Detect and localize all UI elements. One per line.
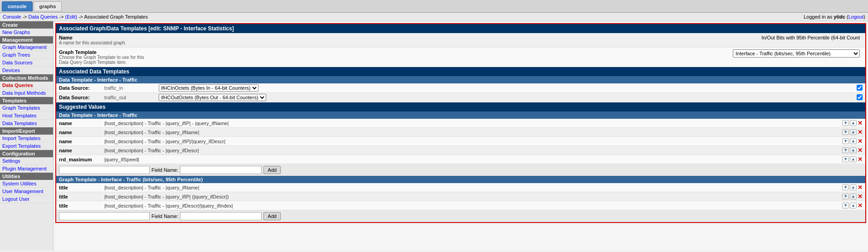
sv-graph-field-value-input[interactable]	[180, 212, 262, 220]
ds-select-1[interactable]: ifHCOutOctets (Bytes Out - 64-bit Counte…	[159, 94, 266, 101]
sv-row-3: name |host_description| - Traffic - |que…	[56, 146, 865, 155]
sv-graph-up-0[interactable]: ▲	[850, 184, 857, 190]
sv-up-0[interactable]: ▲	[850, 120, 857, 126]
sv-graph-field-name-input[interactable]	[59, 212, 150, 220]
sidebar-item-data-input-methods[interactable]: Data Input Methods	[0, 89, 53, 97]
sv-graph-up-2[interactable]: ▲	[850, 203, 857, 208]
sv-graph-row-2: title |host_description| - Traffic - |qu…	[56, 201, 865, 210]
sv-del-0[interactable]: ✕	[858, 120, 863, 126]
sv-del-1[interactable]: ✕	[858, 129, 863, 136]
sv-row-1: name |host_description| - Traffic - |que…	[56, 128, 865, 137]
sidebar-item-logout-user[interactable]: Logout User	[0, 195, 53, 203]
sidebar-item-new-graphs[interactable]: New Graphs	[0, 29, 53, 36]
sv-up-4[interactable]: ▲	[850, 156, 857, 162]
data-sources-table: Data Source: traffic_in ifHCInOctets (By…	[56, 83, 865, 102]
sidebar-header: Create	[0, 21, 53, 29]
sidebar-item-host-templates[interactable]: Host Templates	[0, 112, 53, 120]
graph-template-label: Graph Template	[59, 49, 150, 55]
sv-key-0: name	[59, 121, 104, 126]
breadcrumb-console[interactable]: Console	[3, 14, 21, 19]
sidebar-item-graph-templates[interactable]: Graph Templates	[0, 104, 53, 112]
console-tab[interactable]: console	[2, 1, 33, 11]
sv-graph-add-button[interactable]: Add	[263, 212, 281, 220]
sv-graph-del-0[interactable]: ✕	[858, 184, 863, 191]
sv-del-4[interactable]: ✕	[858, 156, 863, 163]
sv-graph-key-0: title	[59, 185, 104, 190]
suggested-values-header: Suggested Values	[56, 102, 865, 111]
breadcrumb-bar: Console -> Data Queries -> (Edit) -> Ass…	[0, 13, 868, 21]
sv-graph-down-1[interactable]: ▼	[842, 194, 849, 199]
sv-key-1: name	[59, 130, 104, 135]
ds-name-0: traffic_in	[102, 83, 156, 93]
sv-key-3: name	[59, 148, 104, 153]
sv-del-3[interactable]: ✕	[858, 147, 863, 154]
sv-graph-del-1[interactable]: ✕	[858, 193, 863, 200]
sv-down-0[interactable]: ▼	[842, 120, 849, 126]
ds-checkbox-1[interactable]	[857, 94, 863, 100]
sv-value-4: |query_ifSpeed|	[104, 157, 840, 162]
breadcrumb-data-queries[interactable]: Data Queries	[29, 14, 58, 19]
sv-graph-up-1[interactable]: ▲	[850, 194, 857, 199]
sidebar-item-graph-trees[interactable]: Graph Trees	[0, 51, 53, 59]
sv-down-1[interactable]: ▼	[842, 129, 849, 135]
user-info: Logged in as ytidc (Logout)	[804, 14, 865, 19]
sv-graph-value-0: |host_description| - Traffic - |query_if…	[104, 185, 840, 190]
sv-graph-add-row: Field Name: Add	[56, 210, 865, 222]
logout-link[interactable]: Logout	[848, 14, 864, 19]
sv-row-4: rrd_maximum |query_ifSpeed| ▼ ▲ ✕	[56, 155, 865, 164]
ds-label-1: Data Source:	[56, 93, 102, 102]
sidebar-header: Configuration	[0, 150, 53, 157]
content: Associated Graph/Data Templates [edit: S…	[54, 21, 868, 251]
sidebar-header: Management	[0, 36, 53, 44]
sv-value-2: |host_description| - Traffic - |query_if…	[104, 139, 840, 144]
sidebar-item-devices[interactable]: Devices	[0, 67, 53, 74]
sidebar-item-system-utilities[interactable]: System Utilities	[0, 180, 53, 188]
sidebar: CreateNew GraphsManagementGraph Manageme…	[0, 21, 54, 251]
sv-up-2[interactable]: ▲	[850, 138, 857, 144]
sidebar-item-graph-management[interactable]: Graph Management	[0, 44, 53, 51]
ds-label-0: Data Source:	[56, 83, 102, 93]
data-source-row-1: Data Source: traffic_out ifHCOutOctets (…	[56, 93, 865, 102]
sv-down-4[interactable]: ▼	[842, 156, 849, 162]
sv-del-2[interactable]: ✕	[858, 138, 863, 145]
sidebar-item-settings[interactable]: Settings	[0, 157, 53, 165]
assoc-data-templates-header: Associated Data Templates	[56, 67, 865, 76]
graph-template-select[interactable]: Interface - Traffic (bits/sec, 95th Perc…	[733, 49, 860, 58]
sidebar-item-data-sources[interactable]: Data Sources	[0, 59, 53, 67]
sidebar-header: Import/Export	[0, 127, 53, 135]
breadcrumb: Console -> Data Queries -> (Edit) -> Ass…	[3, 14, 148, 19]
sv-up-3[interactable]: ▲	[850, 147, 857, 153]
sidebar-item-export-templates[interactable]: Export Templates	[0, 142, 53, 150]
sv-rows-container: name |host_description| - Traffic - |que…	[56, 119, 865, 164]
sidebar-item-import-templates[interactable]: Import Templates	[0, 135, 53, 142]
sv-graph-row-0: title |host_description| - Traffic - |qu…	[56, 183, 865, 192]
data-template-header: Data Template - Interface - Traffic	[56, 76, 865, 83]
breadcrumb-edit[interactable]: (Edit)	[65, 14, 77, 19]
sidebar-header: Utilities	[0, 173, 53, 180]
sv-graph-down-2[interactable]: ▼	[842, 203, 849, 208]
sv-add-row: Field Name: Add	[56, 164, 865, 176]
sv-down-3[interactable]: ▼	[842, 147, 849, 153]
main-section-header: Associated Graph/Data Templates [edit: S…	[56, 24, 865, 33]
sidebar-header: Templates	[0, 97, 53, 104]
sidebar-item-data-queries[interactable]: Data Queries	[0, 82, 53, 89]
sv-value-0: |host_description| - Traffic - |query_if…	[104, 121, 840, 126]
sv-down-2[interactable]: ▼	[842, 138, 849, 144]
ds-select-0[interactable]: ifHCInOctets (Bytes In - 64-bit Counters…	[159, 84, 258, 92]
graphs-tab[interactable]: graphs	[34, 1, 62, 11]
sv-value-3: |host_description| - Traffic - |query_if…	[104, 148, 840, 153]
ds-checkbox-0[interactable]	[857, 85, 863, 91]
sidebar-header: Collection Methods	[0, 74, 53, 82]
sv-up-1[interactable]: ▲	[850, 129, 857, 135]
sv-field-value-input[interactable]	[180, 166, 262, 174]
sv-graph-down-0[interactable]: ▼	[842, 184, 849, 190]
sidebar-item-data-templates[interactable]: Data Templates	[0, 120, 53, 127]
main-layout: CreateNew GraphsManagementGraph Manageme…	[0, 21, 868, 251]
sidebar-item-user-management[interactable]: User Management	[0, 188, 53, 195]
name-value: In/Out Bits with 95th Percentile (64-bit…	[761, 35, 860, 40]
sv-key-4: rrd_maximum	[59, 157, 104, 162]
sv-graph-del-2[interactable]: ✕	[858, 202, 863, 209]
sidebar-item-plugin-management[interactable]: Plugin Management	[0, 165, 53, 173]
sv-add-button[interactable]: Add	[263, 166, 281, 174]
sv-field-name-input[interactable]	[59, 166, 150, 174]
